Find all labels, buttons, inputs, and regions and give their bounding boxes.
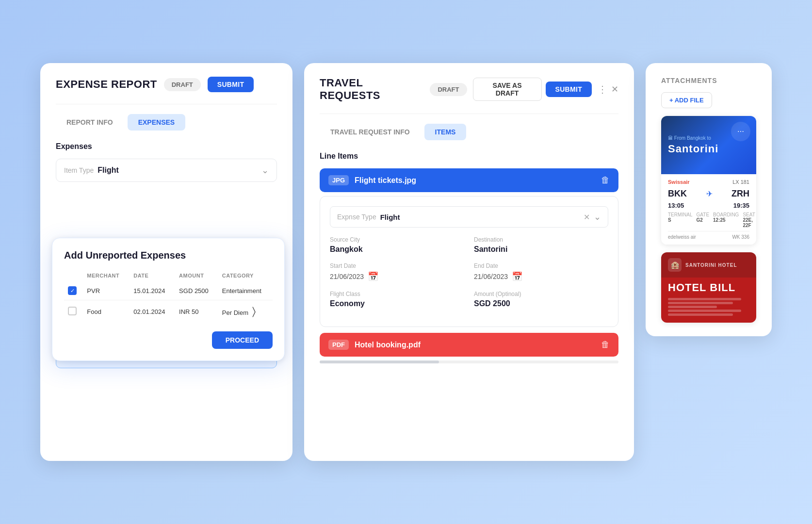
destination-value[interactable]: Santorini [474,245,608,254]
hotel-booking-filename: Hotel booking.pdf [355,341,595,349]
destination-label: Destination [474,236,608,243]
proceed-button[interactable]: PROCEED [212,331,273,349]
hotel-bill-title: HOTEL BILL [668,281,749,294]
second-flight-num: WK 336 [732,234,749,240]
clear-expense-type-icon[interactable]: ✕ [584,213,590,222]
tab-expenses[interactable]: EXPENSES [128,114,185,131]
travel-requests-header: TRAVEL REQUESTS DRAFT SAVE AS DRAFT SUBM… [320,77,618,102]
travel-tabs: TRAVEL REQUEST INFO ITEMS [320,124,618,140]
boarding-card-decoration: ⋯ [731,122,750,141]
popup-title: Add Unreported Expenses [64,250,273,261]
arrive-time: 19:35 [733,202,749,209]
item-type-label: Item Type [64,166,94,174]
from-airport-code: BKK [668,189,687,199]
unreported-table: MERCHANT DATE AMOUNT CATEGORY ✓ PVR 15.0… [64,270,273,323]
flight-class-label: Flight Class [330,291,464,297]
flight-tickets-filename: Flight tickets.jpg [355,176,595,185]
flight-class-col: Flight Class Economy [330,291,464,308]
hotel-icon: 🏨 [668,258,682,272]
hotel-booking-file[interactable]: PDF Hotel booking.pdf 🗑 [320,333,618,357]
row-2-checkbox[interactable] [68,307,77,315]
travel-submit-button[interactable]: SUBMIT [546,82,592,97]
row-1-merchant: PVR [83,281,130,300]
col-merchant: MERCHANT [83,270,130,281]
end-date-value[interactable]: 21/06/2023 [474,273,508,280]
boarding-pass-card: 🏛 From Bangkok to Santorini ⋯ Swissair L… [661,116,756,245]
route-row: BKK ✈ ZRH [668,189,749,199]
row-2-date: 02.01.2024 [130,300,175,323]
second-airline-name: edelweiss air [668,234,696,240]
amount-value[interactable]: SGD 2500 [474,299,608,308]
travel-requests-title: TRAVEL REQUESTS [320,77,424,102]
jpg-badge: JPG [328,175,349,185]
scroll-bar[interactable] [320,360,618,363]
start-date-col: Start Date 21/06/2023 📅 [330,262,464,282]
source-city-value[interactable]: Bangkok [330,245,464,254]
line-items-title: Line Items [320,152,618,161]
expense-report-panel: EXPENSE REPORT DRAFT SUBMIT REPORT INFO … [40,63,292,461]
airline-name: Swissair [668,179,690,185]
to-airport-code: ZRH [731,189,749,199]
item-type-dropdown[interactable]: Item Type Flight ⌄ [56,159,277,182]
row-1-date: 15.01.2024 [130,281,175,300]
hotel-card-header: 🏨 SANTORINI HOTEL [661,252,756,278]
save-as-draft-button[interactable]: SAVE AS DRAFT [473,78,542,101]
source-city-label: Source City [330,236,464,243]
expenses-section-title: Expenses [56,142,277,151]
expense-tabs: REPORT INFO EXPENSES [56,114,277,131]
cursor-icon: 〉 [252,305,256,318]
more-options-icon[interactable]: ⋮ [598,83,607,95]
travel-header-divider [320,114,618,114]
tab-items[interactable]: ITEMS [424,124,467,140]
amount-label: Amount (Optinoal) [474,291,608,297]
col-checkbox [64,270,83,281]
source-city-col: Source City Bangkok [330,236,464,254]
end-date-col: End Date 21/06/2023 📅 [474,262,608,282]
expense-report-title: EXPENSE REPORT [56,78,157,91]
gate-detail: GATE G2 [697,212,709,228]
boarding-time-detail: BOARDING 12:25 [713,212,739,228]
depart-time: 13:05 [668,202,684,209]
hotel-line-3 [668,306,717,308]
expense-type-row[interactable]: Expnse Type Flight ✕ ⌄ [330,206,608,228]
start-date-value[interactable]: 21/06/2023 [330,273,364,280]
boarding-dest-label: Santorini [668,143,749,155]
row-2-merchant: Food [83,300,130,323]
end-date-label: End Date [474,262,608,269]
row-2-amount: INR 50 [175,300,218,323]
submit-button[interactable]: SUBMIT [208,77,254,92]
close-icon[interactable]: ✕ [611,84,618,95]
dates-row: Start Date 21/06/2023 📅 End Date 21/06/2… [330,262,608,282]
start-date-calendar-icon[interactable]: 📅 [368,271,378,282]
hotel-card-body: HOTEL BILL [661,278,756,323]
row-1-checkbox[interactable]: ✓ [68,286,77,295]
flight-tickets-file[interactable]: JPG Flight tickets.jpg 🗑 [320,168,618,192]
delete-hotel-booking-icon[interactable]: 🗑 [601,340,610,350]
hotel-line-5 [668,313,733,316]
flight-num: LX 181 [732,179,749,185]
hotel-bill-card: 🏨 SANTORINI HOTEL HOTEL BILL [661,252,756,323]
travel-requests-panel: TRAVEL REQUESTS DRAFT SAVE AS DRAFT SUBM… [304,63,634,461]
travel-draft-badge: DRAFT [430,83,467,96]
flight-class-amount-row: Flight Class Economy Amount (Optinoal) S… [330,291,608,308]
item-type-arrow-icon: ⌄ [261,165,269,176]
tab-travel-request-info[interactable]: TRAVEL REQUEST INFO [320,124,421,140]
expense-report-header: EXPENSE REPORT DRAFT SUBMIT [56,77,277,92]
flight-class-value[interactable]: Economy [330,299,464,308]
tab-report-info[interactable]: REPORT INFO [56,114,124,131]
table-row: Food 02.01.2024 INR 50 Per Diem 〉 [64,300,273,323]
end-date-calendar-icon[interactable]: 📅 [512,271,522,282]
flight-form: Expnse Type Flight ✕ ⌄ Source City Bangk… [320,196,618,327]
hotel-bill-lines [668,298,749,316]
airline-row: Swissair LX 181 [668,179,749,185]
attachments-panel: ATTACHMENTS + ADD FILE 🏛 From Bangkok to… [646,63,772,336]
source-destination-row: Source City Bangkok Destination Santorin… [330,236,608,254]
attachments-title: ATTACHMENTS [661,77,756,84]
col-amount: AMOUNT [175,270,218,281]
seat-detail: SEAT 22E, 22F [743,212,755,228]
row-1-category: Entertainment [218,281,273,300]
boarding-details-row: TERMINAL S GATE G2 BOARDING 12:25 SEAT 2… [668,212,749,228]
add-file-button[interactable]: + ADD FILE [661,92,712,108]
draft-badge: DRAFT [164,78,201,91]
delete-flight-tickets-icon[interactable]: 🗑 [601,175,610,185]
